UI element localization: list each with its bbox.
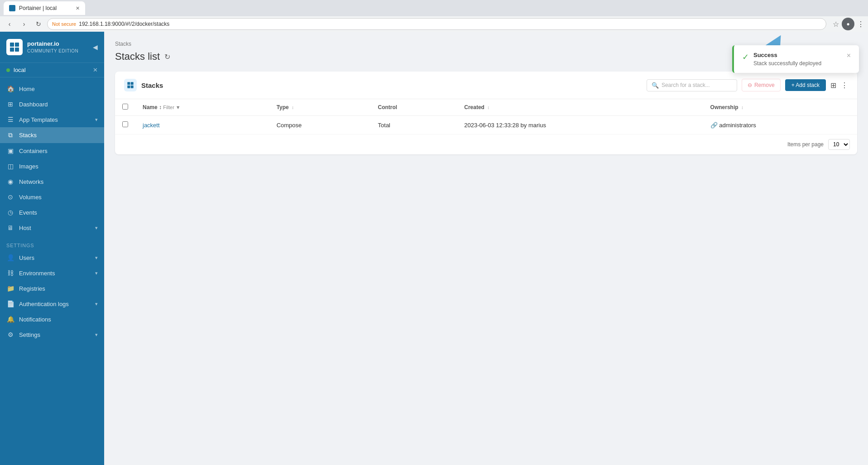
- stacks-card: Stacks 🔍 ⊖ Remove + Add stack ⊞ ⋮: [115, 72, 857, 154]
- sidebar-item-label: Networks: [19, 178, 43, 185]
- containers-icon: ▣: [6, 147, 14, 154]
- ownership-text: administrators: [719, 122, 756, 129]
- address-bar[interactable]: Not secure 192.168.1.18:9000/#!/2/docker…: [47, 18, 826, 30]
- logo-area: portainer.io Community Edition: [6, 39, 78, 55]
- select-all-checkbox[interactable]: [122, 104, 128, 110]
- stacks-card-icon: [124, 79, 137, 91]
- endpoint-label: local: [14, 67, 26, 73]
- security-warning: Not secure: [52, 21, 76, 27]
- host-icon: 🖥: [6, 224, 14, 231]
- col-ownership[interactable]: Ownership ↕: [703, 99, 857, 116]
- table-row: jackett Compose Total 2023-06-03 12:33:2…: [115, 116, 857, 134]
- sidebar-item-label: Dashboard: [19, 101, 48, 108]
- edition-text: Community Edition: [27, 48, 78, 54]
- sidebar-item-label: Notifications: [19, 316, 51, 323]
- row-checkbox[interactable]: [122, 121, 128, 127]
- users-icon: 👤: [6, 254, 14, 261]
- sidebar-item-app-templates[interactable]: ☰ App Templates ▾: [0, 112, 104, 127]
- col-type[interactable]: Type ↕: [269, 99, 371, 116]
- more-options-button[interactable]: ⋮: [841, 81, 848, 90]
- items-per-page-label: Items per page: [787, 141, 824, 148]
- sidebar-item-host[interactable]: 🖥 Host ▾: [0, 220, 104, 235]
- row-checkbox-cell[interactable]: [115, 116, 135, 134]
- browser-chrome: Portainer | local ✕ ‹ › ↻ Not secure 192…: [0, 0, 868, 32]
- sidebar-item-environments[interactable]: ⛓ Environments ▾: [0, 265, 104, 281]
- remove-button[interactable]: ⊖ Remove: [742, 79, 781, 91]
- dashboard-icon: ⊞: [6, 101, 14, 108]
- toast-success-icon: ✓: [742, 52, 749, 62]
- search-input[interactable]: [662, 82, 732, 88]
- add-stack-button[interactable]: + Add stack: [785, 79, 826, 91]
- sidebar-item-label: Images: [19, 163, 38, 170]
- toast-close-button[interactable]: ×: [847, 52, 851, 60]
- sidebar-item-label: Settings: [19, 331, 40, 338]
- remove-icon: ⊖: [748, 82, 752, 88]
- browser-favicon: [9, 5, 15, 11]
- columns-toggle-button[interactable]: ⊞: [830, 81, 836, 90]
- sidebar-item-dashboard[interactable]: ⊞ Dashboard: [0, 96, 104, 112]
- sidebar-item-stacks[interactable]: ⧉ Stacks: [0, 127, 104, 143]
- svg-rect-3: [15, 48, 19, 52]
- sidebar-item-users[interactable]: 👤 Users ▾: [0, 250, 104, 265]
- success-toast: ✓ Success Stack successfully deployed ×: [732, 45, 859, 73]
- sidebar-item-registries[interactable]: 📁 Registries: [0, 281, 104, 296]
- svg-rect-6: [127, 86, 130, 88]
- profile-button[interactable]: ●: [842, 18, 854, 30]
- sidebar-item-label: Registries: [19, 285, 45, 292]
- sidebar-item-label: Events: [19, 209, 37, 216]
- sidebar-item-auth-logs[interactable]: 📄 Authentication logs ▾: [0, 296, 104, 312]
- sidebar-item-volumes[interactable]: ⊙ Volumes: [0, 189, 104, 205]
- per-page-select[interactable]: 10 25 50: [828, 139, 850, 150]
- sidebar-item-label: Host: [19, 225, 31, 231]
- table-header: Name ↕ Filter ▼ Type ↕ Control Created ↕…: [115, 99, 857, 116]
- bookmark-button[interactable]: ☆: [833, 20, 839, 29]
- col-created[interactable]: Created ↕: [457, 99, 703, 116]
- options-button[interactable]: ⋮: [857, 20, 864, 29]
- card-title: Stacks: [124, 79, 163, 91]
- sidebar-item-settings[interactable]: ⚙ Settings ▾: [0, 327, 104, 342]
- sidebar-item-networks[interactable]: ◉ Networks: [0, 174, 104, 189]
- sidebar: portainer.io Community Edition ◀ local ✕…: [0, 32, 104, 465]
- logo-icon: [6, 39, 23, 55]
- sidebar-item-label: Containers: [19, 148, 48, 154]
- card-title-text: Stacks: [141, 81, 163, 89]
- svg-rect-1: [15, 43, 19, 47]
- row-control-cell: Total: [371, 116, 457, 134]
- sidebar-item-containers[interactable]: ▣ Containers: [0, 143, 104, 158]
- stack-link[interactable]: jackett: [143, 122, 160, 129]
- sidebar-header: portainer.io Community Edition ◀: [0, 32, 104, 63]
- sidebar-item-label: App Templates: [19, 116, 58, 123]
- back-button[interactable]: ‹: [4, 18, 15, 30]
- sidebar-collapse-button[interactable]: ◀: [93, 43, 98, 51]
- page-title: Stacks list: [115, 51, 160, 62]
- sidebar-item-label: Home: [19, 86, 35, 92]
- toast-message: Stack successfully deployed: [753, 60, 842, 67]
- select-all-header[interactable]: [115, 99, 135, 116]
- endpoint-name: local: [6, 67, 26, 73]
- search-icon: 🔍: [652, 82, 659, 89]
- chevron-down-icon: ▾: [95, 255, 98, 261]
- sidebar-item-label: Users: [19, 254, 34, 261]
- add-stack-label: + Add stack: [791, 82, 820, 88]
- sidebar-item-images[interactable]: ◫ Images: [0, 158, 104, 174]
- networks-icon: ◉: [6, 178, 14, 185]
- row-ownership-cell: 🔗 administrators: [703, 116, 857, 134]
- reload-button[interactable]: ↻: [33, 18, 44, 30]
- tab-title: Portainer | local: [19, 5, 57, 11]
- events-icon: ◷: [6, 209, 14, 216]
- tab-close-button[interactable]: ✕: [76, 5, 80, 11]
- remove-label: Remove: [754, 82, 775, 88]
- table-footer: Items per page 10 25 50: [115, 134, 857, 154]
- app-templates-icon: ☰: [6, 116, 14, 123]
- refresh-button[interactable]: ↻: [164, 53, 170, 61]
- sidebar-item-home[interactable]: 🏠 Home: [0, 81, 104, 96]
- settings-icon: ⚙: [6, 331, 14, 338]
- browser-tab[interactable]: Portainer | local ✕: [4, 1, 85, 15]
- endpoint-close-button[interactable]: ✕: [93, 67, 98, 73]
- sidebar-item-notifications[interactable]: 🔔 Notifications: [0, 312, 104, 327]
- filter-button[interactable]: Filter ▼: [163, 105, 180, 110]
- search-box[interactable]: 🔍: [647, 79, 737, 91]
- sidebar-item-events[interactable]: ◷ Events: [0, 205, 104, 220]
- forward-button[interactable]: ›: [18, 18, 30, 30]
- col-name[interactable]: Name ↕ Filter ▼: [135, 99, 269, 116]
